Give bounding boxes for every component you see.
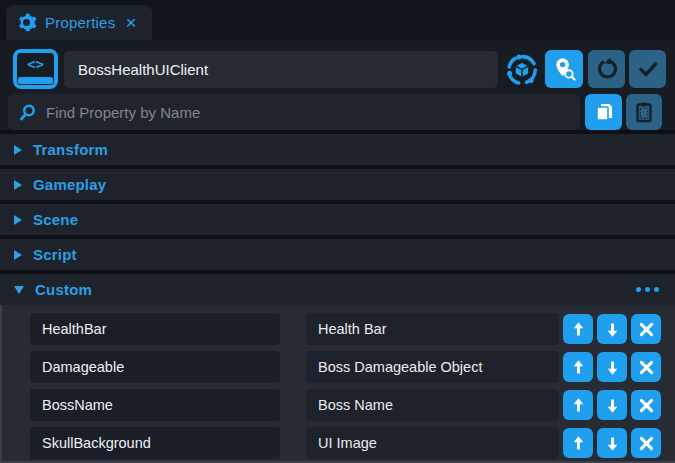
chevron-right-icon xyxy=(14,250,22,260)
property-search-field[interactable] xyxy=(8,94,580,130)
chevron-right-icon xyxy=(14,180,22,190)
property-value-field[interactable]: UI Image xyxy=(306,427,559,459)
custom-property-row: BossName Boss Name xyxy=(30,389,675,421)
close-icon[interactable]: × xyxy=(125,13,136,32)
revert-button[interactable] xyxy=(588,50,625,88)
section-label: Scene xyxy=(33,211,78,228)
remove-x-icon xyxy=(638,397,655,414)
custom-property-row: HealthBar Health Bar xyxy=(30,313,675,345)
property-name-field[interactable]: BossName xyxy=(30,389,280,421)
property-name-field[interactable]: SkullBackground xyxy=(30,427,280,459)
object-name-input[interactable] xyxy=(64,51,498,88)
move-down-arrow-icon xyxy=(604,359,621,376)
search-input[interactable] xyxy=(46,104,570,121)
checkmark-icon xyxy=(636,57,660,81)
row-actions xyxy=(563,314,661,344)
property-value-field[interactable]: Boss Damageable Object xyxy=(306,351,559,383)
scroll-curl xyxy=(18,77,53,84)
find-in-scene-button[interactable] xyxy=(545,50,583,88)
section-header-gameplay[interactable]: Gameplay xyxy=(0,169,675,200)
clipboard-icon xyxy=(632,100,656,124)
move-down-arrow-icon xyxy=(604,397,621,414)
move-up-button[interactable] xyxy=(563,314,593,344)
tab-title: Properties xyxy=(45,14,115,31)
tab-bar: Properties × xyxy=(0,0,675,40)
section-label: Custom xyxy=(35,281,92,298)
move-down-button[interactable] xyxy=(597,352,627,382)
section-header-scene[interactable]: Scene xyxy=(0,204,675,235)
remove-x-icon xyxy=(638,435,655,452)
location-pin-magnifier-icon xyxy=(550,55,578,83)
paste-properties-button[interactable] xyxy=(626,94,662,130)
custom-rows: HealthBar Health Bar xyxy=(2,313,675,459)
property-name-field[interactable]: Damageable xyxy=(30,351,280,383)
row-actions xyxy=(563,428,661,458)
move-down-arrow-icon xyxy=(604,435,621,452)
move-down-button[interactable] xyxy=(597,428,627,458)
move-down-arrow-icon xyxy=(604,321,621,338)
row-actions xyxy=(563,390,661,420)
remove-button[interactable] xyxy=(631,390,661,420)
remove-x-icon xyxy=(638,359,655,376)
section-header-script[interactable]: Script xyxy=(0,239,675,270)
property-value-field[interactable]: Boss Name xyxy=(306,389,559,421)
undo-circular-arrow-icon xyxy=(595,57,619,81)
property-sections: Transform Gameplay Scene Script Custom H… xyxy=(0,130,675,463)
copy-properties-button[interactable] xyxy=(585,94,622,130)
custom-section-body: HealthBar Health Bar xyxy=(0,305,675,463)
move-up-arrow-icon xyxy=(570,397,587,414)
move-down-button[interactable] xyxy=(597,390,627,420)
section-label: Transform xyxy=(33,141,108,158)
move-up-button[interactable] xyxy=(563,390,593,420)
copy-pages-icon xyxy=(592,100,616,124)
move-down-button[interactable] xyxy=(597,314,627,344)
move-up-button[interactable] xyxy=(563,352,593,382)
section-label: Gameplay xyxy=(33,176,106,193)
script-scroll-icon: <> xyxy=(13,49,58,89)
custom-property-row: SkullBackground UI Image xyxy=(30,427,675,459)
tab-properties[interactable]: Properties × xyxy=(6,5,152,40)
chevron-right-icon xyxy=(14,145,22,155)
move-up-arrow-icon xyxy=(570,435,587,452)
apply-button[interactable] xyxy=(629,50,666,88)
section-header-transform[interactable]: Transform xyxy=(0,134,675,165)
gear-wrench-icon xyxy=(16,12,37,33)
remove-button[interactable] xyxy=(631,314,661,344)
code-brackets-glyph: <> xyxy=(17,56,54,72)
remove-button[interactable] xyxy=(631,428,661,458)
remove-x-icon xyxy=(638,321,655,338)
move-up-button[interactable] xyxy=(563,428,593,458)
more-options-icon[interactable] xyxy=(634,283,661,296)
row-actions xyxy=(563,352,661,382)
move-up-arrow-icon xyxy=(570,359,587,376)
remove-button[interactable] xyxy=(631,352,661,382)
chevron-down-icon xyxy=(14,286,24,294)
property-name-field[interactable]: HealthBar xyxy=(30,313,280,345)
custom-property-row: Damageable Boss Damageable Object xyxy=(30,351,675,383)
move-up-arrow-icon xyxy=(570,321,587,338)
magnifier-icon xyxy=(18,103,37,122)
property-value-field[interactable]: Health Bar xyxy=(306,313,559,345)
networked-cube-icon xyxy=(503,51,540,88)
chevron-right-icon xyxy=(14,215,22,225)
section-header-custom[interactable]: Custom xyxy=(0,274,675,305)
section-label: Script xyxy=(33,246,77,263)
